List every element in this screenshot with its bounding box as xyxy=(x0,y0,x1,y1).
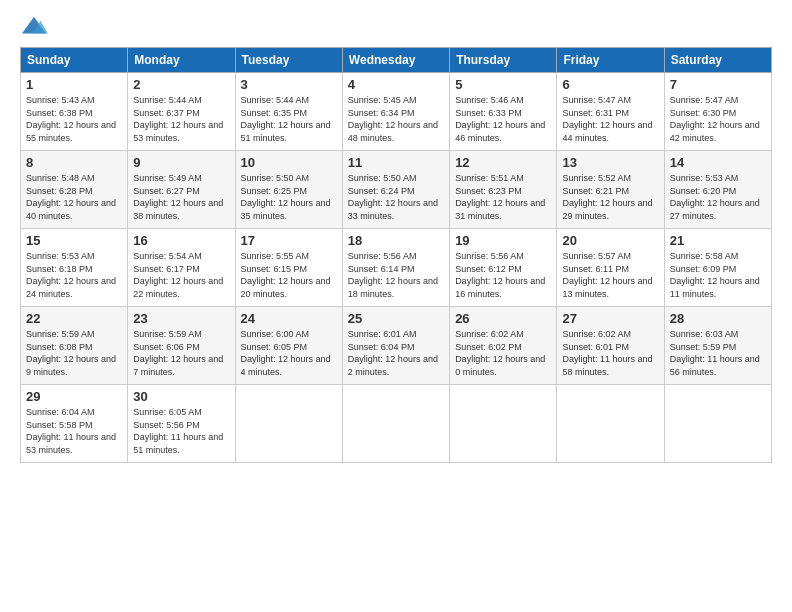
day-info: Sunrise: 6:03 AMSunset: 5:59 PMDaylight:… xyxy=(670,328,766,378)
table-row: 21Sunrise: 5:58 AMSunset: 6:09 PMDayligh… xyxy=(664,229,771,307)
day-info: Sunrise: 5:59 AMSunset: 6:06 PMDaylight:… xyxy=(133,328,229,378)
table-row: 4Sunrise: 5:45 AMSunset: 6:34 PMDaylight… xyxy=(342,73,449,151)
table-row: 9Sunrise: 5:49 AMSunset: 6:27 PMDaylight… xyxy=(128,151,235,229)
calendar-week-row: 22Sunrise: 5:59 AMSunset: 6:08 PMDayligh… xyxy=(21,307,772,385)
day-info: Sunrise: 5:53 AMSunset: 6:18 PMDaylight:… xyxy=(26,250,122,300)
day-number: 8 xyxy=(26,155,122,170)
table-row: 1Sunrise: 5:43 AMSunset: 6:38 PMDaylight… xyxy=(21,73,128,151)
day-info: Sunrise: 5:45 AMSunset: 6:34 PMDaylight:… xyxy=(348,94,444,144)
calendar-week-row: 8Sunrise: 5:48 AMSunset: 6:28 PMDaylight… xyxy=(21,151,772,229)
calendar-table: SundayMondayTuesdayWednesdayThursdayFrid… xyxy=(20,47,772,463)
calendar-week-row: 29Sunrise: 6:04 AMSunset: 5:58 PMDayligh… xyxy=(21,385,772,463)
table-row xyxy=(450,385,557,463)
table-row: 24Sunrise: 6:00 AMSunset: 6:05 PMDayligh… xyxy=(235,307,342,385)
day-number: 13 xyxy=(562,155,658,170)
day-number: 28 xyxy=(670,311,766,326)
day-number: 25 xyxy=(348,311,444,326)
day-info: Sunrise: 5:48 AMSunset: 6:28 PMDaylight:… xyxy=(26,172,122,222)
table-row: 28Sunrise: 6:03 AMSunset: 5:59 PMDayligh… xyxy=(664,307,771,385)
col-header-friday: Friday xyxy=(557,48,664,73)
day-number: 30 xyxy=(133,389,229,404)
day-number: 9 xyxy=(133,155,229,170)
day-info: Sunrise: 5:59 AMSunset: 6:08 PMDaylight:… xyxy=(26,328,122,378)
table-row: 6Sunrise: 5:47 AMSunset: 6:31 PMDaylight… xyxy=(557,73,664,151)
day-number: 19 xyxy=(455,233,551,248)
day-number: 5 xyxy=(455,77,551,92)
day-info: Sunrise: 5:50 AMSunset: 6:25 PMDaylight:… xyxy=(241,172,337,222)
day-number: 6 xyxy=(562,77,658,92)
day-info: Sunrise: 5:57 AMSunset: 6:11 PMDaylight:… xyxy=(562,250,658,300)
day-info: Sunrise: 6:01 AMSunset: 6:04 PMDaylight:… xyxy=(348,328,444,378)
day-number: 17 xyxy=(241,233,337,248)
day-number: 18 xyxy=(348,233,444,248)
day-number: 20 xyxy=(562,233,658,248)
day-info: Sunrise: 5:44 AMSunset: 6:35 PMDaylight:… xyxy=(241,94,337,144)
col-header-tuesday: Tuesday xyxy=(235,48,342,73)
table-row: 8Sunrise: 5:48 AMSunset: 6:28 PMDaylight… xyxy=(21,151,128,229)
day-number: 29 xyxy=(26,389,122,404)
table-row xyxy=(235,385,342,463)
day-number: 3 xyxy=(241,77,337,92)
day-info: Sunrise: 5:44 AMSunset: 6:37 PMDaylight:… xyxy=(133,94,229,144)
day-info: Sunrise: 5:52 AMSunset: 6:21 PMDaylight:… xyxy=(562,172,658,222)
day-number: 21 xyxy=(670,233,766,248)
col-header-monday: Monday xyxy=(128,48,235,73)
day-number: 15 xyxy=(26,233,122,248)
day-number: 7 xyxy=(670,77,766,92)
page-container: SundayMondayTuesdayWednesdayThursdayFrid… xyxy=(0,0,792,473)
table-row: 5Sunrise: 5:46 AMSunset: 6:33 PMDaylight… xyxy=(450,73,557,151)
day-info: Sunrise: 6:00 AMSunset: 6:05 PMDaylight:… xyxy=(241,328,337,378)
day-info: Sunrise: 5:47 AMSunset: 6:30 PMDaylight:… xyxy=(670,94,766,144)
table-row xyxy=(342,385,449,463)
day-number: 1 xyxy=(26,77,122,92)
table-row: 11Sunrise: 5:50 AMSunset: 6:24 PMDayligh… xyxy=(342,151,449,229)
day-number: 16 xyxy=(133,233,229,248)
day-info: Sunrise: 6:04 AMSunset: 5:58 PMDaylight:… xyxy=(26,406,122,456)
day-number: 22 xyxy=(26,311,122,326)
table-row xyxy=(557,385,664,463)
day-info: Sunrise: 6:05 AMSunset: 5:56 PMDaylight:… xyxy=(133,406,229,456)
day-info: Sunrise: 5:54 AMSunset: 6:17 PMDaylight:… xyxy=(133,250,229,300)
day-info: Sunrise: 5:43 AMSunset: 6:38 PMDaylight:… xyxy=(26,94,122,144)
day-info: Sunrise: 5:53 AMSunset: 6:20 PMDaylight:… xyxy=(670,172,766,222)
col-header-sunday: Sunday xyxy=(21,48,128,73)
day-info: Sunrise: 5:47 AMSunset: 6:31 PMDaylight:… xyxy=(562,94,658,144)
table-row: 17Sunrise: 5:55 AMSunset: 6:15 PMDayligh… xyxy=(235,229,342,307)
logo-icon xyxy=(20,15,48,39)
calendar-week-row: 15Sunrise: 5:53 AMSunset: 6:18 PMDayligh… xyxy=(21,229,772,307)
table-row: 2Sunrise: 5:44 AMSunset: 6:37 PMDaylight… xyxy=(128,73,235,151)
day-info: Sunrise: 5:56 AMSunset: 6:14 PMDaylight:… xyxy=(348,250,444,300)
table-row: 7Sunrise: 5:47 AMSunset: 6:30 PMDaylight… xyxy=(664,73,771,151)
table-row: 3Sunrise: 5:44 AMSunset: 6:35 PMDaylight… xyxy=(235,73,342,151)
day-info: Sunrise: 5:58 AMSunset: 6:09 PMDaylight:… xyxy=(670,250,766,300)
day-number: 23 xyxy=(133,311,229,326)
day-info: Sunrise: 5:51 AMSunset: 6:23 PMDaylight:… xyxy=(455,172,551,222)
day-info: Sunrise: 5:56 AMSunset: 6:12 PMDaylight:… xyxy=(455,250,551,300)
day-number: 24 xyxy=(241,311,337,326)
day-number: 2 xyxy=(133,77,229,92)
day-number: 4 xyxy=(348,77,444,92)
col-header-wednesday: Wednesday xyxy=(342,48,449,73)
table-row: 27Sunrise: 6:02 AMSunset: 6:01 PMDayligh… xyxy=(557,307,664,385)
table-row: 29Sunrise: 6:04 AMSunset: 5:58 PMDayligh… xyxy=(21,385,128,463)
table-row: 14Sunrise: 5:53 AMSunset: 6:20 PMDayligh… xyxy=(664,151,771,229)
table-row: 16Sunrise: 5:54 AMSunset: 6:17 PMDayligh… xyxy=(128,229,235,307)
table-row xyxy=(664,385,771,463)
table-row: 22Sunrise: 5:59 AMSunset: 6:08 PMDayligh… xyxy=(21,307,128,385)
day-info: Sunrise: 5:46 AMSunset: 6:33 PMDaylight:… xyxy=(455,94,551,144)
table-row: 10Sunrise: 5:50 AMSunset: 6:25 PMDayligh… xyxy=(235,151,342,229)
day-number: 26 xyxy=(455,311,551,326)
table-row: 15Sunrise: 5:53 AMSunset: 6:18 PMDayligh… xyxy=(21,229,128,307)
table-row: 12Sunrise: 5:51 AMSunset: 6:23 PMDayligh… xyxy=(450,151,557,229)
day-info: Sunrise: 5:49 AMSunset: 6:27 PMDaylight:… xyxy=(133,172,229,222)
logo xyxy=(20,15,52,39)
table-row: 23Sunrise: 5:59 AMSunset: 6:06 PMDayligh… xyxy=(128,307,235,385)
day-info: Sunrise: 5:55 AMSunset: 6:15 PMDaylight:… xyxy=(241,250,337,300)
col-header-saturday: Saturday xyxy=(664,48,771,73)
day-number: 11 xyxy=(348,155,444,170)
calendar-header-row: SundayMondayTuesdayWednesdayThursdayFrid… xyxy=(21,48,772,73)
table-row: 26Sunrise: 6:02 AMSunset: 6:02 PMDayligh… xyxy=(450,307,557,385)
table-row: 25Sunrise: 6:01 AMSunset: 6:04 PMDayligh… xyxy=(342,307,449,385)
day-number: 12 xyxy=(455,155,551,170)
day-number: 27 xyxy=(562,311,658,326)
